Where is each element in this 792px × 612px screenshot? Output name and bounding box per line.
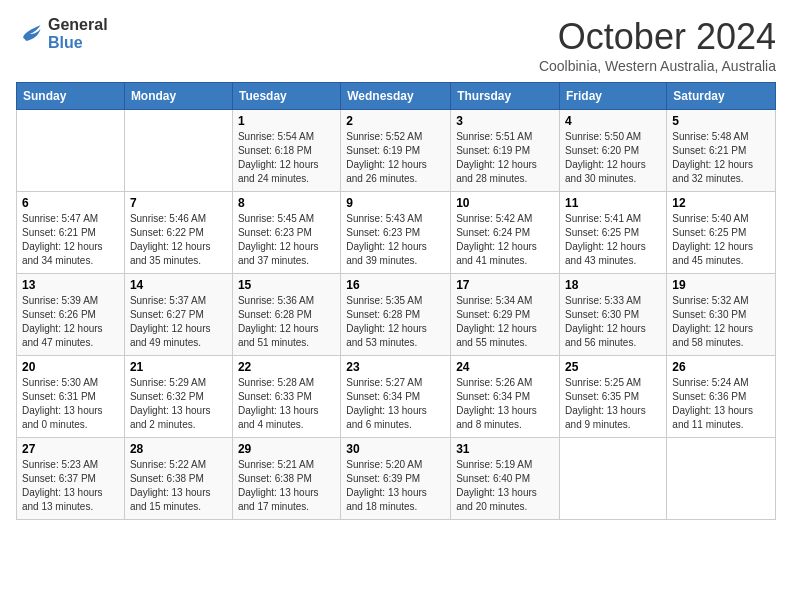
calendar-cell: 8Sunrise: 5:45 AM Sunset: 6:23 PM Daylig… [232, 192, 340, 274]
subtitle: Coolbinia, Western Australia, Australia [539, 58, 776, 74]
day-info: Sunrise: 5:37 AM Sunset: 6:27 PM Dayligh… [130, 294, 227, 350]
day-number: 10 [456, 196, 554, 210]
day-info: Sunrise: 5:54 AM Sunset: 6:18 PM Dayligh… [238, 130, 335, 186]
logo-blue-text: Blue [48, 34, 108, 52]
calendar-cell: 25Sunrise: 5:25 AM Sunset: 6:35 PM Dayli… [560, 356, 667, 438]
day-number: 12 [672, 196, 770, 210]
day-number: 29 [238, 442, 335, 456]
day-info: Sunrise: 5:24 AM Sunset: 6:36 PM Dayligh… [672, 376, 770, 432]
day-number: 26 [672, 360, 770, 374]
page-header: General Blue October 2024 Coolbinia, Wes… [16, 16, 776, 74]
day-number: 25 [565, 360, 661, 374]
day-number: 20 [22, 360, 119, 374]
column-header-monday: Monday [124, 83, 232, 110]
calendar-cell [560, 438, 667, 520]
week-row-3: 13Sunrise: 5:39 AM Sunset: 6:26 PM Dayli… [17, 274, 776, 356]
day-info: Sunrise: 5:27 AM Sunset: 6:34 PM Dayligh… [346, 376, 445, 432]
column-header-friday: Friday [560, 83, 667, 110]
day-number: 16 [346, 278, 445, 292]
column-header-row: SundayMondayTuesdayWednesdayThursdayFrid… [17, 83, 776, 110]
calendar-cell [17, 110, 125, 192]
calendar-cell: 26Sunrise: 5:24 AM Sunset: 6:36 PM Dayli… [667, 356, 776, 438]
calendar-cell: 1Sunrise: 5:54 AM Sunset: 6:18 PM Daylig… [232, 110, 340, 192]
calendar-cell: 21Sunrise: 5:29 AM Sunset: 6:32 PM Dayli… [124, 356, 232, 438]
calendar-cell: 29Sunrise: 5:21 AM Sunset: 6:38 PM Dayli… [232, 438, 340, 520]
calendar-cell [667, 438, 776, 520]
day-number: 19 [672, 278, 770, 292]
day-number: 8 [238, 196, 335, 210]
day-info: Sunrise: 5:43 AM Sunset: 6:23 PM Dayligh… [346, 212, 445, 268]
day-number: 22 [238, 360, 335, 374]
day-info: Sunrise: 5:32 AM Sunset: 6:30 PM Dayligh… [672, 294, 770, 350]
calendar-cell: 19Sunrise: 5:32 AM Sunset: 6:30 PM Dayli… [667, 274, 776, 356]
day-number: 21 [130, 360, 227, 374]
day-info: Sunrise: 5:21 AM Sunset: 6:38 PM Dayligh… [238, 458, 335, 514]
calendar-cell: 11Sunrise: 5:41 AM Sunset: 6:25 PM Dayli… [560, 192, 667, 274]
week-row-5: 27Sunrise: 5:23 AM Sunset: 6:37 PM Dayli… [17, 438, 776, 520]
day-info: Sunrise: 5:28 AM Sunset: 6:33 PM Dayligh… [238, 376, 335, 432]
week-row-2: 6Sunrise: 5:47 AM Sunset: 6:21 PM Daylig… [17, 192, 776, 274]
day-info: Sunrise: 5:33 AM Sunset: 6:30 PM Dayligh… [565, 294, 661, 350]
calendar-cell: 27Sunrise: 5:23 AM Sunset: 6:37 PM Dayli… [17, 438, 125, 520]
month-title: October 2024 [539, 16, 776, 58]
calendar-cell: 5Sunrise: 5:48 AM Sunset: 6:21 PM Daylig… [667, 110, 776, 192]
day-info: Sunrise: 5:50 AM Sunset: 6:20 PM Dayligh… [565, 130, 661, 186]
calendar-cell: 17Sunrise: 5:34 AM Sunset: 6:29 PM Dayli… [451, 274, 560, 356]
day-info: Sunrise: 5:25 AM Sunset: 6:35 PM Dayligh… [565, 376, 661, 432]
calendar-cell: 28Sunrise: 5:22 AM Sunset: 6:38 PM Dayli… [124, 438, 232, 520]
day-info: Sunrise: 5:45 AM Sunset: 6:23 PM Dayligh… [238, 212, 335, 268]
logo-bird-icon [16, 20, 44, 48]
logo-general-text: General [48, 16, 108, 34]
day-info: Sunrise: 5:36 AM Sunset: 6:28 PM Dayligh… [238, 294, 335, 350]
day-info: Sunrise: 5:47 AM Sunset: 6:21 PM Dayligh… [22, 212, 119, 268]
title-block: October 2024 Coolbinia, Western Australi… [539, 16, 776, 74]
day-info: Sunrise: 5:23 AM Sunset: 6:37 PM Dayligh… [22, 458, 119, 514]
calendar-cell: 10Sunrise: 5:42 AM Sunset: 6:24 PM Dayli… [451, 192, 560, 274]
calendar-cell: 9Sunrise: 5:43 AM Sunset: 6:23 PM Daylig… [341, 192, 451, 274]
calendar-cell: 20Sunrise: 5:30 AM Sunset: 6:31 PM Dayli… [17, 356, 125, 438]
column-header-saturday: Saturday [667, 83, 776, 110]
day-number: 2 [346, 114, 445, 128]
column-header-sunday: Sunday [17, 83, 125, 110]
column-header-wednesday: Wednesday [341, 83, 451, 110]
calendar-cell: 15Sunrise: 5:36 AM Sunset: 6:28 PM Dayli… [232, 274, 340, 356]
day-number: 14 [130, 278, 227, 292]
calendar-cell: 3Sunrise: 5:51 AM Sunset: 6:19 PM Daylig… [451, 110, 560, 192]
day-info: Sunrise: 5:48 AM Sunset: 6:21 PM Dayligh… [672, 130, 770, 186]
day-number: 5 [672, 114, 770, 128]
day-number: 7 [130, 196, 227, 210]
calendar-cell: 30Sunrise: 5:20 AM Sunset: 6:39 PM Dayli… [341, 438, 451, 520]
calendar-cell: 13Sunrise: 5:39 AM Sunset: 6:26 PM Dayli… [17, 274, 125, 356]
day-number: 18 [565, 278, 661, 292]
day-info: Sunrise: 5:40 AM Sunset: 6:25 PM Dayligh… [672, 212, 770, 268]
calendar-cell: 18Sunrise: 5:33 AM Sunset: 6:30 PM Dayli… [560, 274, 667, 356]
day-number: 28 [130, 442, 227, 456]
calendar-cell [124, 110, 232, 192]
calendar-cell: 6Sunrise: 5:47 AM Sunset: 6:21 PM Daylig… [17, 192, 125, 274]
day-info: Sunrise: 5:52 AM Sunset: 6:19 PM Dayligh… [346, 130, 445, 186]
column-header-tuesday: Tuesday [232, 83, 340, 110]
logo: General Blue [16, 16, 108, 51]
day-info: Sunrise: 5:41 AM Sunset: 6:25 PM Dayligh… [565, 212, 661, 268]
calendar-cell: 31Sunrise: 5:19 AM Sunset: 6:40 PM Dayli… [451, 438, 560, 520]
calendar-cell: 16Sunrise: 5:35 AM Sunset: 6:28 PM Dayli… [341, 274, 451, 356]
day-info: Sunrise: 5:39 AM Sunset: 6:26 PM Dayligh… [22, 294, 119, 350]
calendar-cell: 2Sunrise: 5:52 AM Sunset: 6:19 PM Daylig… [341, 110, 451, 192]
day-number: 1 [238, 114, 335, 128]
day-info: Sunrise: 5:35 AM Sunset: 6:28 PM Dayligh… [346, 294, 445, 350]
day-info: Sunrise: 5:34 AM Sunset: 6:29 PM Dayligh… [456, 294, 554, 350]
calendar-cell: 7Sunrise: 5:46 AM Sunset: 6:22 PM Daylig… [124, 192, 232, 274]
day-number: 27 [22, 442, 119, 456]
day-info: Sunrise: 5:19 AM Sunset: 6:40 PM Dayligh… [456, 458, 554, 514]
calendar-table: SundayMondayTuesdayWednesdayThursdayFrid… [16, 82, 776, 520]
day-number: 31 [456, 442, 554, 456]
day-number: 9 [346, 196, 445, 210]
day-number: 30 [346, 442, 445, 456]
day-info: Sunrise: 5:46 AM Sunset: 6:22 PM Dayligh… [130, 212, 227, 268]
day-number: 15 [238, 278, 335, 292]
day-info: Sunrise: 5:29 AM Sunset: 6:32 PM Dayligh… [130, 376, 227, 432]
week-row-4: 20Sunrise: 5:30 AM Sunset: 6:31 PM Dayli… [17, 356, 776, 438]
day-number: 4 [565, 114, 661, 128]
day-number: 24 [456, 360, 554, 374]
calendar-cell: 4Sunrise: 5:50 AM Sunset: 6:20 PM Daylig… [560, 110, 667, 192]
